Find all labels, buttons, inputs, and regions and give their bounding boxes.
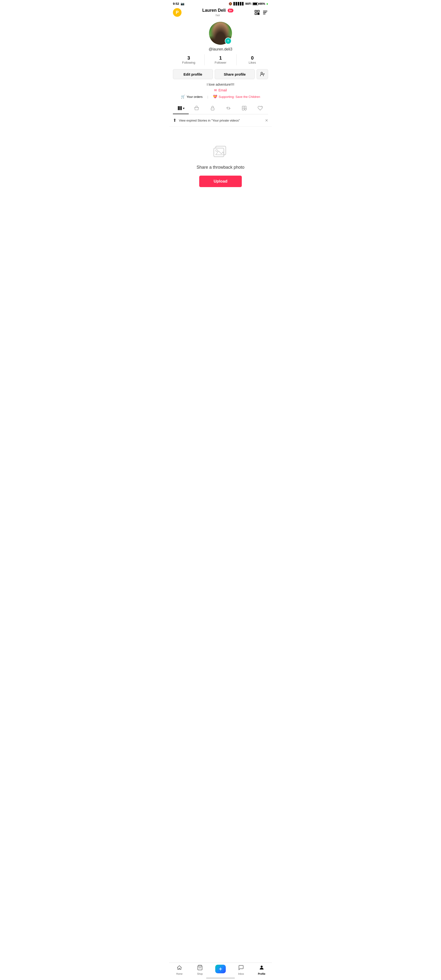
svg-rect-2: [255, 13, 257, 14]
email-link[interactable]: ✉ Email: [214, 88, 227, 92]
status-right: 🔕 ▋▋▋▋▋ WiFi 96% ●: [228, 2, 268, 5]
likes-label: Likes: [249, 61, 256, 64]
svg-rect-4: [259, 13, 259, 14]
top-nav: P Lauren Deli 9+ her: [169, 6, 272, 19]
tab-private[interactable]: [205, 103, 220, 114]
tabs-row: ▾: [173, 103, 268, 115]
svg-rect-5: [258, 14, 258, 14]
svg-rect-3: [258, 13, 258, 14]
profile-name: Lauren Deli 9+: [202, 8, 234, 13]
empty-title: Share a throwback photo: [197, 165, 244, 170]
p-button[interactable]: P: [173, 8, 181, 17]
mute-icon: 🔕: [228, 2, 232, 5]
stories-close-button[interactable]: ✕: [265, 118, 268, 123]
time: 9:52: [173, 2, 179, 5]
status-bar: 9:52 📷 🔕 ▋▋▋▋▋ WiFi 96% ●: [169, 0, 272, 6]
stats-row: 3 Following 1 Follower 0 Likes: [173, 54, 268, 65]
nav-profile[interactable]: Profile: [251, 965, 272, 975]
follower-label: Follower: [214, 61, 226, 64]
bio-text: I love adventure!!!!: [207, 83, 234, 86]
email-label: Email: [218, 88, 227, 92]
menu-button[interactable]: [262, 10, 268, 15]
nav-right: [254, 10, 268, 15]
stories-banner: ⬆ View expired Stories in "Your private …: [169, 115, 272, 127]
likes-count: 0: [251, 55, 254, 61]
divider: |: [207, 95, 208, 99]
svg-rect-13: [178, 106, 179, 110]
home-label: Home: [176, 973, 183, 975]
svg-rect-18: [244, 106, 246, 108]
svg-rect-17: [242, 106, 244, 108]
upload-button[interactable]: Upload: [199, 176, 242, 187]
svg-rect-9: [263, 14, 265, 14]
avatar-container: +: [209, 22, 232, 45]
nav-home[interactable]: Home: [169, 965, 190, 975]
home-icon: [176, 965, 182, 972]
links-row: 🛒 Your orders | 💝 Supporting: Save the C…: [181, 94, 260, 99]
tab-liked[interactable]: [252, 103, 268, 114]
charity-label: Supporting: Save the Children: [219, 95, 260, 99]
nav-center: Lauren Deli 9+ her: [202, 8, 234, 17]
home-indicator: [206, 978, 235, 978]
profile-nav-label: Profile: [258, 973, 265, 975]
action-buttons: Edit profile Share profile: [173, 69, 268, 79]
svg-rect-14: [179, 106, 181, 110]
profile-section: + @lauren.deli3 3 Following 1 Follower 0…: [169, 19, 272, 115]
create-button[interactable]: [215, 965, 226, 973]
inbox-icon: [238, 965, 244, 972]
stories-text: View expired Stories in "Your private vi…: [179, 119, 240, 122]
nav-shop[interactable]: Shop: [190, 965, 210, 975]
svg-rect-0: [255, 10, 257, 12]
username: @lauren.deli3: [209, 47, 232, 51]
svg-point-27: [261, 966, 263, 967]
svg-rect-6: [259, 14, 259, 14]
nav-inbox[interactable]: Inbox: [231, 965, 251, 975]
charity-icon: 💝: [213, 94, 217, 99]
empty-state: Share a throwback photo Upload: [169, 127, 272, 197]
signal-icon: ▋▋▋▋▋: [233, 2, 244, 5]
svg-rect-8: [263, 12, 267, 13]
shop-icon: [197, 965, 203, 972]
nav-left: P: [173, 8, 181, 17]
inbox-label: Inbox: [238, 973, 244, 975]
notification-badge[interactable]: 9+: [228, 9, 234, 13]
svg-rect-1: [258, 10, 259, 12]
follower-stat[interactable]: 1 Follower: [205, 54, 236, 65]
battery-percent: 96%: [260, 2, 265, 5]
svg-rect-19: [242, 108, 244, 110]
nav-create[interactable]: [210, 965, 231, 975]
likes-stat[interactable]: 0 Likes: [236, 54, 268, 65]
qr-code-button[interactable]: [254, 10, 260, 15]
add-friend-button[interactable]: [257, 69, 268, 79]
stories-upload-icon: ⬆: [173, 118, 176, 123]
cart-icon: 🛒: [181, 94, 186, 99]
camera-icon: 📷: [181, 2, 184, 5]
tab-shop[interactable]: [189, 103, 205, 114]
svg-rect-15: [181, 106, 182, 110]
email-icon: ✉: [214, 88, 217, 92]
tab-tagged[interactable]: [236, 103, 252, 114]
charity-link[interactable]: 💝 Supporting: Save the Children: [213, 94, 260, 99]
status-left: 9:52 📷: [173, 2, 184, 5]
orders-link[interactable]: 🛒 Your orders: [181, 94, 203, 99]
tab-repost[interactable]: [220, 103, 236, 114]
svg-rect-16: [211, 108, 214, 110]
avatar-add-button[interactable]: +: [225, 38, 232, 44]
profile-icon: [259, 965, 265, 972]
wifi-icon: WiFi: [245, 2, 251, 5]
battery-dot: ●: [267, 2, 268, 5]
orders-label: Your orders: [187, 95, 203, 99]
battery-icon: [252, 2, 258, 5]
tab-videos[interactable]: ▾: [173, 103, 189, 114]
tab-dropdown-icon: ▾: [183, 107, 185, 110]
following-count: 3: [187, 55, 190, 61]
pronoun-label: her: [216, 13, 220, 17]
shop-label: Shop: [197, 973, 203, 975]
svg-rect-7: [263, 11, 267, 11]
following-stat[interactable]: 3 Following: [173, 54, 205, 65]
share-profile-button[interactable]: Share profile: [215, 69, 255, 79]
follower-count: 1: [219, 55, 222, 61]
svg-point-10: [261, 72, 263, 74]
edit-profile-button[interactable]: Edit profile: [173, 69, 213, 79]
throwback-icon: [211, 141, 230, 160]
